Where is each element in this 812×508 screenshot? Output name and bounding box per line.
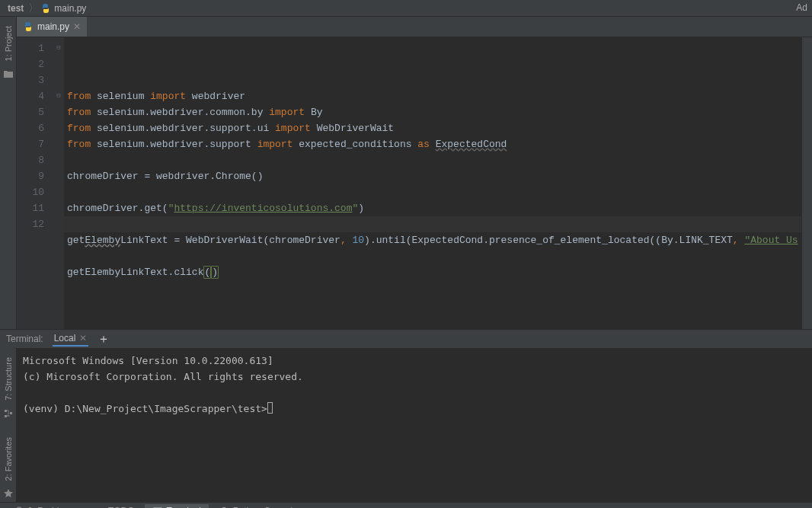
line-number: 1 (17, 40, 44, 56)
fold-marker[interactable] (53, 168, 64, 184)
line-number: 12 (17, 216, 44, 232)
code-line[interactable]: getElembyLinkText = WebDriverWait(chrome… (67, 232, 801, 248)
code-editor[interactable]: 123456789101112 ⊟⊟ from selenium import … (17, 37, 812, 329)
code-line[interactable]: getElembyLinkText.click() (67, 264, 801, 280)
python-file-icon (40, 3, 51, 14)
fold-marker[interactable] (53, 104, 64, 120)
fold-marker[interactable] (53, 136, 64, 152)
close-icon[interactable]: ✕ (79, 333, 87, 343)
current-line-highlight (64, 216, 801, 232)
line-number: 2 (17, 56, 44, 72)
line-number: 7 (17, 136, 44, 152)
star-icon[interactable] (3, 488, 14, 499)
editor-tab-label: main.py (37, 21, 69, 32)
line-number: 11 (17, 200, 44, 216)
code-line[interactable]: chromeDriver = webdriver.Chrome() (67, 168, 801, 184)
main-area: 1: Project main.py ✕ 123456789101112 ⊟⊟ … (0, 17, 812, 329)
terminal-panel: Terminal: Local ✕ ＋ 7: Structure 2: Favo… (0, 329, 812, 502)
code-line[interactable]: from selenium.webdriver.support.ui impor… (67, 120, 801, 136)
code-line[interactable] (67, 248, 801, 264)
add-terminal-button[interactable]: ＋ (98, 331, 110, 347)
fold-gutter: ⊟⊟ (53, 37, 64, 329)
terminal-cursor (267, 402, 273, 414)
editor-wrap: main.py ✕ 123456789101112 ⊟⊟ from seleni… (17, 17, 812, 329)
svg-rect-2 (10, 412, 12, 414)
editor-tab-bar: main.py ✕ (17, 17, 812, 37)
sidebar-tool-project[interactable]: 1: Project (4, 26, 13, 61)
breadcrumb-file-label: main.py (54, 3, 86, 14)
code-line[interactable]: from selenium import webdriver (67, 88, 801, 104)
line-number: 4 (17, 88, 44, 104)
fold-marker[interactable] (53, 72, 64, 88)
terminal-tab-label: Local (54, 333, 76, 343)
fold-marker[interactable] (53, 120, 64, 136)
left-tool-sidebar-lower: 7: Structure 2: Favorites (0, 348, 17, 502)
vertical-scrollbar[interactable] (801, 37, 812, 329)
top-right-label[interactable]: Ad (796, 2, 807, 13)
fold-marker[interactable] (53, 56, 64, 72)
line-number: 6 (17, 120, 44, 136)
left-tool-sidebar: 1: Project (0, 17, 17, 329)
fold-marker[interactable] (53, 152, 64, 168)
bottom-tool-bar: ! 6: Problems TODO Terminal Python Conso… (0, 502, 812, 508)
code-content[interactable]: from selenium import webdriverfrom selen… (64, 37, 801, 329)
python-file-icon (23, 21, 34, 32)
code-line[interactable]: chromeDriver.get("https://inventicosolut… (67, 200, 801, 216)
svg-rect-0 (5, 410, 7, 412)
sidebar-tool-structure[interactable]: 7: Structure (4, 357, 13, 401)
code-line[interactable] (67, 152, 801, 168)
fold-marker[interactable] (53, 200, 64, 216)
sidebar-tool-favorites[interactable]: 2: Favorites (4, 437, 13, 481)
terminal-output[interactable]: Microsoft Windows [Version 10.0.22000.61… (17, 348, 309, 479)
code-line[interactable] (67, 184, 801, 200)
bottom-tool-terminal[interactable]: Terminal (145, 504, 208, 508)
fold-marker[interactable] (53, 184, 64, 200)
fold-marker[interactable]: ⊟ (53, 88, 64, 104)
line-number: 10 (17, 184, 44, 200)
breadcrumb-file[interactable]: main.py (40, 3, 86, 14)
code-line[interactable]: from selenium.webdriver.support import e… (67, 136, 801, 152)
close-icon[interactable]: ✕ (73, 21, 81, 32)
terminal-title: Terminal: (6, 334, 43, 344)
breadcrumb-bar: test 〉 main.py Ad (0, 0, 812, 17)
bottom-tool-problems[interactable]: ! 6: Problems (6, 504, 84, 508)
structure-icon[interactable] (3, 408, 14, 419)
terminal-header: Terminal: Local ✕ ＋ (0, 330, 812, 348)
fold-marker[interactable]: ⊟ (53, 40, 64, 56)
line-number: 9 (17, 168, 44, 184)
editor-tab-main[interactable]: main.py ✕ (17, 17, 87, 37)
svg-rect-1 (5, 415, 7, 417)
code-line[interactable]: from selenium.webdriver.common.by import… (67, 104, 801, 120)
bottom-tool-todo[interactable]: TODO (87, 504, 142, 508)
line-number: 3 (17, 72, 44, 88)
line-gutter: 123456789101112 (17, 37, 53, 329)
line-number: 5 (17, 104, 44, 120)
fold-marker[interactable] (53, 216, 64, 232)
folder-icon[interactable] (3, 69, 14, 79)
terminal-text: Microsoft Windows [Version 10.0.22000.61… (23, 353, 303, 474)
terminal-tab-local[interactable]: Local ✕ (53, 331, 89, 347)
line-number: 8 (17, 152, 44, 168)
bottom-tool-python-console[interactable]: Python Console (212, 504, 305, 508)
breadcrumb-root[interactable]: test (5, 3, 27, 14)
breadcrumb-separator-icon: 〉 (28, 2, 39, 15)
